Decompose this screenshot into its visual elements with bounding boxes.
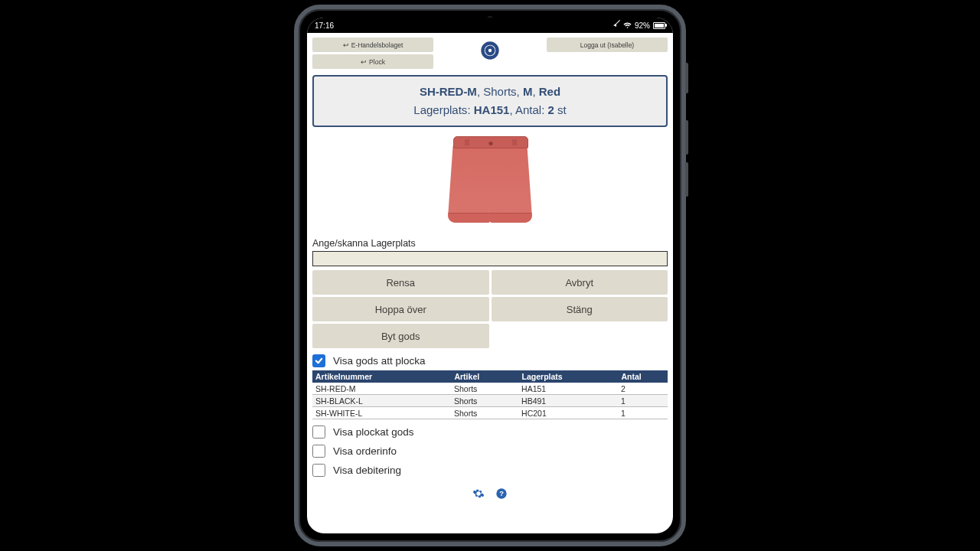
- settings-icon[interactable]: [472, 487, 485, 500]
- show-picked-row[interactable]: Visa plockat gods: [312, 425, 668, 439]
- table-cell: 1: [618, 407, 668, 419]
- table-cell: HB491: [518, 395, 618, 407]
- col-qty: Antal: [618, 370, 668, 383]
- checkbox-unchecked-icon: [312, 425, 325, 439]
- checkbox-unchecked-icon: [312, 464, 325, 477]
- table-header-row: Artikelnummer Artikel Lagerplats Antal: [312, 370, 668, 383]
- breadcrumb-pick-button[interactable]: ↩ Plock: [312, 54, 433, 69]
- scan-location-input[interactable]: [312, 251, 668, 266]
- logout-button[interactable]: Logga ut (Isabelle): [547, 37, 668, 52]
- breadcrumb-pick-label: Plock: [369, 58, 385, 66]
- close-button[interactable]: Stäng: [492, 297, 668, 321]
- swap-goods-button[interactable]: Byt gods: [312, 324, 489, 348]
- table-cell: HC201: [518, 407, 618, 419]
- mute-icon: [613, 22, 620, 29]
- skip-button[interactable]: Hoppa över: [312, 297, 489, 321]
- show-orderinfo-row[interactable]: Visa orderinfo: [312, 445, 668, 458]
- pick-table: Artikelnummer Artikel Lagerplats Antal S…: [312, 370, 668, 419]
- clock: 17:16: [315, 21, 334, 30]
- cancel-button[interactable]: Avbryt: [492, 270, 668, 295]
- battery-percent: 92%: [635, 21, 650, 30]
- battery-icon: [653, 22, 665, 29]
- checkbox-unchecked-icon: [312, 445, 325, 458]
- table-cell: Shorts: [451, 383, 518, 395]
- table-cell: SH-BLACK-L: [312, 395, 451, 407]
- show-to-pick-label: Visa gods att plocka: [333, 355, 426, 367]
- show-billing-row[interactable]: Visa debitering: [312, 464, 668, 477]
- power-button: [685, 63, 688, 93]
- status-bar: 17:16 92%: [307, 18, 673, 33]
- svg-text:?: ?: [499, 490, 504, 497]
- show-orderinfo-label: Visa orderinfo: [333, 445, 397, 457]
- show-picked-label: Visa plockat gods: [333, 426, 414, 438]
- back-arrow-icon: ↩: [343, 41, 349, 49]
- table-cell: Shorts: [451, 395, 518, 407]
- table-cell: SH-WHITE-L: [312, 407, 451, 419]
- table-cell: 1: [618, 395, 668, 407]
- app-logo: [477, 37, 503, 64]
- breadcrumb-company-label: E-Handelsbolaget: [351, 41, 403, 49]
- svg-point-2: [487, 47, 494, 54]
- clear-button[interactable]: Rensa: [312, 270, 489, 295]
- col-artnr: Artikelnummer: [312, 370, 451, 383]
- svg-point-0: [627, 27, 629, 28]
- col-article: Artikel: [451, 370, 518, 383]
- item-summary-box: SH-RED-M, Shorts, M, Red Lagerplats: HA1…: [312, 75, 668, 127]
- breadcrumb-company-button[interactable]: ↩ E-Handelsbolaget: [312, 37, 433, 52]
- volume-down-button: [685, 162, 688, 197]
- table-cell: SH-RED-M: [312, 383, 451, 395]
- table-cell: 2: [618, 383, 668, 395]
- wifi-icon: [623, 22, 632, 29]
- show-to-pick-row[interactable]: Visa gods att plocka: [312, 354, 668, 367]
- table-cell: Shorts: [451, 407, 518, 419]
- table-row[interactable]: SH-BLACK-LShortsHB4911: [312, 395, 668, 407]
- tablet-frame: 17:16 92% ↩ E-Handelsbolaget: [294, 5, 686, 546]
- back-arrow-icon: ↩: [361, 58, 367, 66]
- logout-label: Logga ut (Isabelle): [580, 41, 634, 49]
- col-location: Lagerplats: [518, 370, 618, 383]
- table-row[interactable]: SH-WHITE-LShortsHC2011: [312, 407, 668, 419]
- volume-up-button: [685, 120, 688, 155]
- checkbox-checked-icon: [312, 354, 325, 367]
- summary-line-1: SH-RED-M, Shorts, M, Red: [318, 83, 662, 101]
- help-icon[interactable]: ?: [495, 487, 508, 500]
- svg-point-1: [482, 43, 497, 57]
- table-cell: HA151: [518, 383, 618, 395]
- summary-line-2: Lagerplats: HA151, Antal: 2 st: [318, 101, 662, 119]
- table-row[interactable]: SH-RED-MShortsHA1512: [312, 383, 668, 395]
- product-image: [436, 132, 544, 235]
- show-billing-label: Visa debitering: [333, 465, 401, 476]
- scan-field-label: Ange/skanna Lagerplats: [312, 238, 668, 249]
